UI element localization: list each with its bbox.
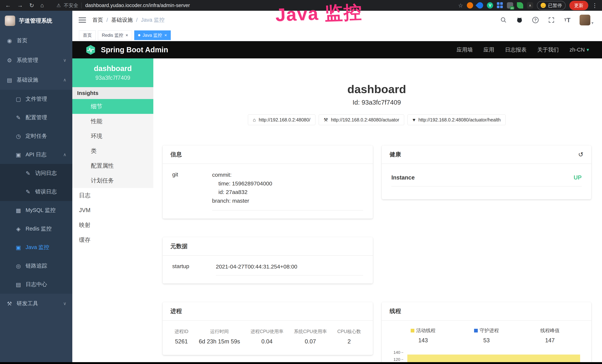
home-icon[interactable]: ⌂	[40, 2, 44, 9]
sidebar-item-log-center[interactable]: ▤ 日志中心	[0, 275, 72, 294]
card-title: 进程	[170, 307, 182, 315]
legend-value: 143	[391, 337, 455, 344]
sidebar-item-access-logs[interactable]: ✎ 访问日志	[0, 164, 72, 182]
breadcrumb-infrastructure[interactable]: 基础设施	[111, 16, 133, 24]
extension-icon-1[interactable]	[467, 2, 473, 9]
tab-home[interactable]: 首页	[79, 30, 96, 40]
gear-icon: ⚙	[6, 57, 13, 64]
window-bottom-edge	[0, 362, 602, 364]
stat-label: 进程ID	[174, 328, 188, 334]
forward-icon[interactable]: →	[17, 2, 23, 9]
sba-item-logs[interactable]: 日志	[72, 188, 153, 203]
history-icon[interactable]: ↺	[578, 151, 584, 158]
sidebar-item-trace[interactable]: ◎ 链路追踪	[0, 257, 72, 275]
sidebar-logo[interactable]: 芋道管理系统	[0, 11, 72, 31]
extension-icon-5[interactable]: on	[507, 2, 513, 9]
sba-nav-wallboard[interactable]: 应用墙	[457, 46, 473, 54]
sidebar-item-infrastructure[interactable]: ▤ 基础设施 ∧	[0, 70, 72, 90]
metadata-value: 2021-04-27T00:44:31.254+08:00	[216, 262, 363, 275]
sidebar-item-label: 定时任务	[26, 132, 47, 140]
instance-id: 93a3fc7f7409	[96, 75, 130, 81]
bookmark-star-icon[interactable]: ☆	[458, 2, 463, 9]
sidebar-item-api-logs[interactable]: ▣ API 日志 ∧	[0, 145, 72, 164]
extension-icon-2[interactable]	[475, 1, 484, 10]
sidebar-item-mysql-monitor[interactable]: ▦ MySQL 监控	[0, 201, 72, 220]
wrench-icon: ⚒	[324, 117, 328, 123]
sba-item-config-props[interactable]: 配置属性	[72, 158, 153, 173]
sba-item-caches[interactable]: 缓存	[72, 233, 153, 247]
sba-item-jvm[interactable]: JVM	[72, 203, 153, 218]
sba-item-metrics[interactable]: 性能	[72, 114, 153, 129]
legend-value: 147	[518, 337, 582, 344]
breadcrumb-separator: /	[136, 17, 138, 23]
breadcrumb-home[interactable]: 首页	[92, 16, 103, 24]
hamburger-icon[interactable]	[79, 16, 86, 24]
sba-nav-applications[interactable]: 应用	[484, 46, 494, 54]
chrome-menu-icon[interactable]: ⋮	[592, 2, 598, 9]
fullscreen-icon[interactable]	[548, 16, 555, 24]
close-icon[interactable]: ×	[164, 33, 167, 37]
info-git-row: git commit: time: 1596289704000 id: 27aa…	[172, 171, 363, 211]
sidebar-item-java-monitor[interactable]: ▣ Java 监控	[0, 238, 72, 257]
search-icon[interactable]	[500, 16, 507, 24]
sba-item-mappings[interactable]: 映射	[72, 218, 153, 233]
tab-java-monitor[interactable]: Java 监控 ×	[134, 30, 171, 40]
user-menu[interactable]: ▾	[580, 15, 593, 25]
extension-icon-3[interactable]: V	[487, 2, 493, 9]
breadcrumb: 首页 / 基础设施 / Java 监控	[92, 16, 164, 24]
sba-nav-journal[interactable]: 日志报表	[505, 46, 527, 54]
sidebar-item-error-logs[interactable]: ✎ 错误日志	[0, 182, 72, 201]
extension-icon-6[interactable]	[517, 2, 523, 9]
infrastructure-icon: ▤	[6, 77, 13, 83]
sidebar-item-redis-monitor[interactable]: ◈ Redis 监控	[0, 220, 72, 238]
url-text[interactable]: dashboard.yudao.iocoder.cn/infra/admin-s…	[81, 3, 190, 8]
chrome-update-button[interactable]: 更新	[569, 1, 588, 10]
link-label: http://192.168.0.2:48080/	[259, 117, 310, 123]
sidebar-item-scheduled-tasks[interactable]: ◷ 定时任务	[0, 127, 72, 145]
home-icon: ⌂	[253, 117, 256, 123]
github-icon[interactable]	[516, 16, 523, 24]
sidebar-item-system[interactable]: ⚙ 系统管理 ∨	[0, 50, 72, 70]
tab-redis-monitor[interactable]: Redis 监控 ×	[98, 30, 132, 40]
sidebar-item-config-management[interactable]: ✎ 配置管理	[0, 108, 72, 127]
legend-label: 守护进程	[480, 328, 499, 333]
sba-item-scheduled-tasks[interactable]: 计划任务	[72, 173, 153, 188]
sba-nav-about[interactable]: 关于我们	[537, 46, 559, 54]
legend-value: 53	[455, 337, 518, 344]
stat-value: 0.04	[250, 338, 283, 345]
refresh-icon[interactable]: ↻	[29, 2, 34, 9]
sidebar-item-home[interactable]: ◉ 首页	[0, 31, 72, 50]
metadata-key: startup	[172, 262, 216, 275]
actuator-url-link[interactable]: ⚒ http://192.168.0.2:48080/actuator	[319, 114, 404, 125]
sidebar-item-file-management[interactable]: ▢ 文件管理	[0, 90, 72, 108]
sidebar-item-label: 研发工具	[17, 300, 38, 307]
help-icon[interactable]: ?	[532, 16, 539, 24]
extension-icon-7[interactable]: ʌ	[527, 2, 533, 9]
service-url-link[interactable]: ⌂ http://192.168.0.2:48080/	[248, 114, 315, 125]
admin-header: 首页 / 基础设施 / Java 监控 ? TT ▾	[72, 11, 602, 29]
sba-item-classes[interactable]: 类	[72, 143, 153, 158]
avatar[interactable]	[580, 15, 590, 25]
instance-header[interactable]: dashboard 93a3fc7f7409	[72, 58, 153, 87]
sidebar-item-dev-tools[interactable]: ⚒ 研发工具 ∨	[0, 294, 72, 313]
live-threads-area	[407, 354, 580, 362]
back-icon[interactable]: ←	[5, 2, 11, 9]
font-size-icon[interactable]: TT	[564, 16, 571, 24]
smiley-icon	[541, 3, 546, 8]
sba-brand-title[interactable]: Spring Boot Admin	[101, 46, 168, 54]
stat-value: 5261	[174, 338, 188, 345]
file-icon: ▢	[15, 96, 22, 102]
close-icon[interactable]: ×	[126, 33, 128, 37]
link-label: http://192.168.0.2:48080/actuator	[331, 117, 399, 123]
paused-badge[interactable]: 已暂停	[537, 1, 566, 10]
address-bar[interactable]: ⚠ 不安全 dashboard.yudao.iocoder.cn/infra/a…	[56, 2, 190, 9]
y-tick: 140	[391, 350, 403, 355]
health-row-label: Instance	[391, 174, 415, 181]
sba-item-details[interactable]: 细节	[72, 99, 153, 114]
sba-item-environment[interactable]: 环境	[72, 129, 153, 143]
locale-selector[interactable]: zh-CN ▾	[570, 47, 589, 53]
card-title: 元数据	[170, 242, 188, 250]
extension-icon-4[interactable]	[497, 2, 503, 9]
health-url-link[interactable]: ♥ http://192.168.0.2:48080/actuator/heal…	[408, 114, 505, 125]
sidebar-item-label: 首页	[17, 37, 27, 44]
